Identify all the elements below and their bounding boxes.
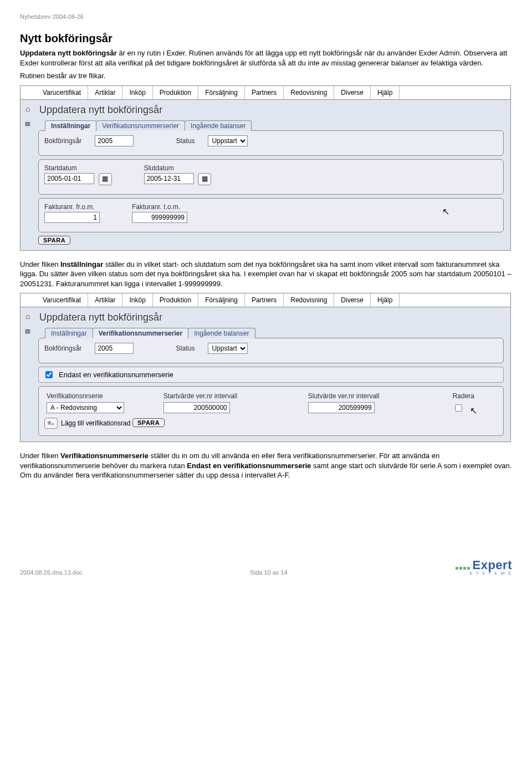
menu-bar: Varucertifikat Artiklar Inköp Produktion… xyxy=(21,293,510,307)
menu-diverse[interactable]: Diverse xyxy=(334,293,371,307)
menu-redovisning[interactable]: Redovisning xyxy=(284,293,334,307)
faktura-panel: Fakturanr. fr.o.m. Fakturanr. t.o.m. xyxy=(38,198,504,232)
expert-logo: Expert S Y S T E M S xyxy=(455,558,512,576)
bottom-bold-1: Verifikationsnummerserie xyxy=(60,452,149,460)
menu-forsaljning[interactable]: Försäljning xyxy=(198,293,245,307)
menu-inkop[interactable]: Inköp xyxy=(122,293,152,307)
tab-balances[interactable]: Ingående balanser xyxy=(185,120,252,131)
slut-label: Slutdatum xyxy=(144,164,212,172)
intro-bold: Uppdatera nytt bokföringsår xyxy=(20,49,117,57)
series-select[interactable]: A - Redovisning xyxy=(47,402,124,413)
tab-series[interactable]: Verifikationsnummerserier xyxy=(96,120,185,131)
logo-dots-icon xyxy=(455,564,470,571)
faknr-from-input[interactable] xyxy=(44,212,100,223)
bokforingsar-label: Bokföringsår xyxy=(44,344,81,352)
only-one-series-checkbox[interactable] xyxy=(45,371,53,378)
start-input[interactable] xyxy=(44,173,94,184)
home-icon[interactable]: ⌂ xyxy=(21,104,35,113)
tab-bar: Inställningar Verifikationsnummerserier … xyxy=(45,120,504,131)
add-row-button[interactable]: ≡₊ Lägg till verifikationsrad xyxy=(44,418,130,429)
menu-forsaljning[interactable]: Försäljning xyxy=(198,86,245,99)
only-one-series-label: Endast en verifikationsnummerserie xyxy=(59,371,173,379)
bottom-bold-2: Endast en verifikationsnummerserie xyxy=(187,462,311,470)
add-row-label: Lägg till verifikationsrad xyxy=(61,419,130,427)
start-label: Startdatum xyxy=(44,164,112,172)
screenshot-settings: Varucertifikat Artiklar Inköp Produktion… xyxy=(20,85,511,251)
bokforingsar-label: Bokföringsår xyxy=(44,137,81,145)
intro-paragraph-2: Rutinen består av tre flikar. xyxy=(20,71,512,81)
tab-bar: Inställningar Verifikationsnummerserier … xyxy=(45,328,504,338)
save-button[interactable]: SPARA xyxy=(38,236,70,245)
menu-artiklar[interactable]: Artiklar xyxy=(88,86,122,99)
menu-produktion[interactable]: Produktion xyxy=(153,293,198,307)
page-footer: 2004.08.26.dna.13.doc Sida 10 av 14 Expe… xyxy=(20,558,512,576)
col-start: Startvärde ver.nr intervall xyxy=(161,391,306,401)
calendar-icon[interactable]: ▦ xyxy=(198,173,211,185)
table-row: A - Redovisning xyxy=(44,401,498,414)
app-page-title: Uppdatera nytt bokföringsår xyxy=(39,312,504,323)
screenshot-series: Varucertifikat Artiklar Inköp Produktion… xyxy=(20,293,511,442)
mouse-cursor-icon: ↖ xyxy=(442,206,449,217)
only-one-series-row: Endast en verifikationsnummerserie xyxy=(38,367,504,383)
bokforingsar-input[interactable] xyxy=(95,343,134,354)
status-select[interactable]: Uppstart xyxy=(208,135,248,146)
menu-inkop[interactable]: Inköp xyxy=(122,86,152,99)
left-toolbar: ⌂ ≣ xyxy=(21,307,35,442)
footer-left: 2004.08.26.dna.13.doc xyxy=(20,569,83,576)
mouse-cursor-icon: ↖ xyxy=(470,405,477,416)
series-end-input[interactable] xyxy=(308,402,375,413)
slut-input[interactable] xyxy=(144,173,194,184)
app-page-title: Uppdatera nytt bokföringsår xyxy=(39,104,504,116)
tab-series[interactable]: Verifikationsnummerserier xyxy=(93,328,188,338)
page-header-small: Nyhetsbrev 2004-08-26 xyxy=(20,13,512,20)
status-label: Status xyxy=(176,137,195,145)
tab-balances[interactable]: Ingående balanser xyxy=(188,328,255,338)
settings-panel: Bokföringsår Status Uppstart xyxy=(38,130,504,156)
series-table-panel: Verifikationsnrserie Startvärde ver.nr i… xyxy=(38,386,504,436)
left-toolbar: ⌂ ≣ xyxy=(21,100,35,250)
bottom-paragraph: Under fliken Verifikationsnummerserie st… xyxy=(20,451,512,480)
date-panel: Startdatum ▦ Slutdatum ▦ xyxy=(38,159,504,195)
series-table: Verifikationsnrserie Startvärde ver.nr i… xyxy=(44,391,498,414)
logo-text: Expert xyxy=(473,558,512,572)
status-label: Status xyxy=(176,344,195,352)
status-select[interactable]: Uppstart xyxy=(208,343,248,354)
list-icon[interactable]: ≣ xyxy=(21,326,35,335)
menu-varucertifikat[interactable]: Varucertifikat xyxy=(36,86,88,99)
bokforingsar-input[interactable] xyxy=(95,135,134,146)
mid-paragraph: Under fliken Inställningar ställer du in… xyxy=(20,260,512,289)
col-end: Slutvärde ver.nr intervall xyxy=(306,391,451,401)
add-row-icon: ≡₊ xyxy=(44,418,58,429)
menu-hjalp[interactable]: Hjälp xyxy=(371,293,400,307)
menu-produktion[interactable]: Produktion xyxy=(153,86,198,99)
save-button[interactable]: SPARA xyxy=(132,418,165,427)
menu-bar: Varucertifikat Artiklar Inköp Produktion… xyxy=(21,86,510,100)
series-start-input[interactable] xyxy=(163,402,230,413)
series-top-panel: Bokföringsår Status Uppstart xyxy=(38,338,504,363)
table-header-row: Verifikationsnrserie Startvärde ver.nr i… xyxy=(44,391,498,401)
logo-subtext: S Y S T E M S xyxy=(455,571,512,576)
list-icon[interactable]: ≣ xyxy=(21,119,35,128)
menu-hjalp[interactable]: Hjälp xyxy=(371,86,400,99)
page-title: Nytt bokföringsår xyxy=(20,32,512,45)
col-series: Verifikationsnrserie xyxy=(44,391,161,401)
faknr-to-label: Fakturanr. t.o.m. xyxy=(132,203,187,211)
menu-redovisning[interactable]: Redovisning xyxy=(284,86,334,99)
menu-partners[interactable]: Partners xyxy=(245,293,284,307)
menu-artiklar[interactable]: Artiklar xyxy=(88,293,122,307)
col-delete: Radera xyxy=(451,391,498,401)
series-delete-checkbox[interactable] xyxy=(455,404,462,412)
footer-center: Sida 10 av 14 xyxy=(250,569,287,576)
calendar-icon[interactable]: ▦ xyxy=(99,173,112,185)
home-icon[interactable]: ⌂ xyxy=(21,312,35,321)
tab-settings[interactable]: Inställningar xyxy=(45,328,93,338)
faknr-from-label: Fakturanr. fr.o.m. xyxy=(44,203,100,211)
menu-diverse[interactable]: Diverse xyxy=(334,86,371,99)
menu-varucertifikat[interactable]: Varucertifikat xyxy=(36,293,88,307)
intro-paragraph-1: Uppdatera nytt bokföringsår är en ny rut… xyxy=(20,48,512,68)
tab-settings[interactable]: Inställningar xyxy=(45,120,96,131)
menu-partners[interactable]: Partners xyxy=(245,86,284,99)
mid-bold: Inställningar xyxy=(60,260,103,268)
faknr-to-input[interactable] xyxy=(132,212,187,223)
